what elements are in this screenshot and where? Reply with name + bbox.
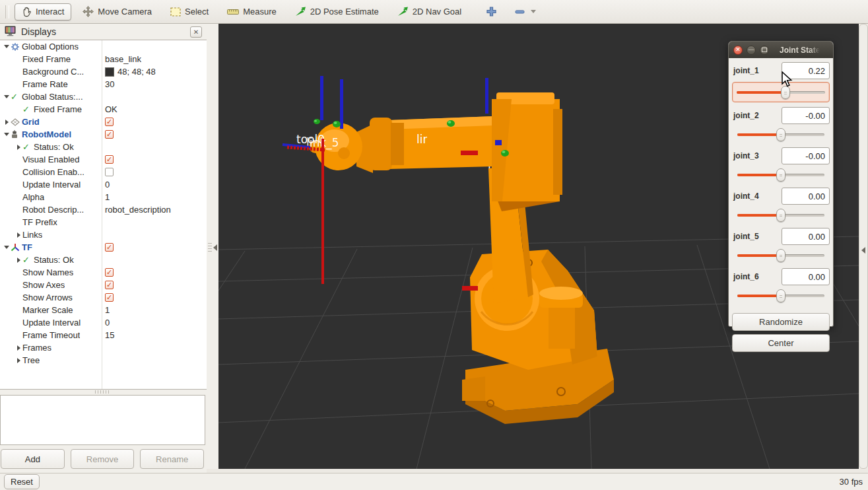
right-splitter[interactable]: [859, 24, 868, 469]
joint-state-titlebar[interactable]: ✕ — Joint State: [729, 42, 833, 58]
enabled-checkbox[interactable]: ✓: [105, 293, 114, 302]
display-tree-row[interactable]: Fixed Framebase_link: [0, 53, 207, 65]
slider-handle[interactable]: [776, 289, 785, 302]
collapse-right-panel-icon[interactable]: [861, 247, 865, 254]
joint-state-window[interactable]: ✕ — Joint State joint_10.22joint_2-0.00j…: [728, 41, 834, 327]
slider-handle[interactable]: [776, 128, 785, 141]
tree-row-value[interactable]: base_link: [105, 54, 141, 64]
display-tree-row[interactable]: ✓Global Status:...: [0, 90, 207, 103]
rename-display-button[interactable]: Rename: [140, 449, 204, 469]
tree-row-value[interactable]: 0: [105, 318, 110, 328]
toolbar-drag-handle[interactable]: [5, 5, 9, 18]
display-tree-row[interactable]: Background C...48; 48; 48: [0, 65, 207, 78]
panel-splitter-handle[interactable]: [95, 390, 111, 394]
display-tree-row[interactable]: Visual Enabled✓: [0, 153, 207, 166]
enabled-checkbox[interactable]: ✓: [105, 243, 114, 252]
reset-button[interactable]: Reset: [4, 474, 40, 489]
randomize-button[interactable]: Randomize: [732, 313, 830, 331]
joint-value-input[interactable]: 0.00: [782, 228, 830, 245]
tree-row-value[interactable]: 48; 48; 48: [117, 67, 156, 77]
joint-value-input[interactable]: 0.22: [782, 62, 830, 79]
enabled-checkbox[interactable]: ✓: [105, 281, 114, 289]
enabled-checkbox[interactable]: [105, 168, 114, 176]
display-tree-row[interactable]: Update Interval0: [0, 178, 207, 191]
display-tree-row[interactable]: Tree: [0, 354, 207, 367]
display-tree-row[interactable]: Show Arrows✓: [0, 291, 207, 304]
pose-estimate-tool-button[interactable]: 2D Pose Estimate: [288, 3, 386, 20]
display-tree-row[interactable]: Show Names✓: [0, 266, 207, 279]
expander-closed-icon[interactable]: [15, 258, 22, 263]
tree-row-value[interactable]: 1: [105, 192, 110, 202]
slider-handle[interactable]: [776, 249, 785, 262]
remove-display-button[interactable]: Remove: [71, 449, 135, 469]
display-tree-row[interactable]: Links: [0, 228, 207, 241]
display-tree-row[interactable]: ✓Fixed FrameOK: [0, 103, 207, 116]
center-button[interactable]: Center: [732, 334, 830, 352]
add-tool-button[interactable]: [482, 3, 501, 20]
joint-slider[interactable]: [733, 207, 828, 223]
tree-row-value[interactable]: 0: [105, 180, 110, 190]
enabled-checkbox[interactable]: ✓: [105, 130, 114, 139]
expander-open-icon[interactable]: [3, 95, 11, 98]
expander-open-icon[interactable]: [3, 45, 11, 48]
window-maximize-icon[interactable]: [760, 46, 769, 55]
left-splitter[interactable]: [207, 24, 218, 469]
display-tree-row[interactable]: Marker Scale1: [0, 304, 207, 316]
expander-open-icon[interactable]: [3, 246, 11, 249]
joint-slider[interactable]: [733, 288, 828, 304]
close-icon[interactable]: ✕: [190, 26, 202, 38]
joint-value-input[interactable]: 0.00: [782, 268, 830, 285]
joint-value-input[interactable]: -0.00: [782, 107, 830, 124]
expander-closed-icon[interactable]: [15, 232, 22, 238]
expander-closed-icon[interactable]: [3, 120, 11, 125]
joint-slider[interactable]: [733, 248, 828, 263]
add-display-button[interactable]: Add: [1, 449, 65, 469]
enabled-checkbox[interactable]: ✓: [105, 118, 114, 126]
tree-row-value[interactable]: OK: [105, 104, 117, 114]
enabled-checkbox[interactable]: ✓: [105, 268, 114, 277]
slider-handle[interactable]: [776, 168, 785, 182]
measure-tool-button[interactable]: Measure: [220, 3, 284, 20]
slider-handle[interactable]: [781, 86, 790, 99]
tree-row-value[interactable]: 30: [105, 79, 114, 89]
expander-closed-icon[interactable]: [15, 145, 22, 150]
collapse-left-panel-icon[interactable]: [213, 244, 217, 251]
joint-value-input[interactable]: -0.00: [782, 147, 830, 164]
display-tree-row[interactable]: RobotModel✓: [0, 128, 207, 141]
tree-row-value[interactable]: 1: [105, 305, 110, 315]
expander-open-icon[interactable]: [3, 133, 11, 136]
window-minimize-icon[interactable]: —: [747, 46, 756, 55]
display-tree-row[interactable]: ✓Status: Ok: [0, 141, 207, 153]
display-tree-row[interactable]: ✓Status: Ok: [0, 254, 207, 266]
display-tree-row[interactable]: Collision Enab...: [0, 166, 207, 178]
joint-value-input[interactable]: 0.00: [782, 188, 830, 205]
remove-tool-button[interactable]: [510, 7, 541, 17]
expander-closed-icon[interactable]: [15, 358, 22, 363]
joint-slider[interactable]: [733, 167, 828, 183]
window-close-icon[interactable]: ✕: [733, 46, 743, 55]
tree-row-value[interactable]: 15: [105, 330, 114, 340]
display-tree-row[interactable]: Alpha1: [0, 191, 207, 203]
display-tree-row[interactable]: Frame Rate30: [0, 78, 207, 90]
displays-panel-titlebar[interactable]: Displays ✕: [0, 24, 207, 40]
nav-goal-tool-button[interactable]: 2D Nav Goal: [390, 3, 469, 20]
display-tree-row[interactable]: Update Interval0: [0, 316, 207, 329]
display-tree-row[interactable]: Robot Descrip...robot_description: [0, 203, 207, 216]
display-tree-row[interactable]: Global Options: [0, 40, 207, 53]
expander-closed-icon[interactable]: [15, 345, 22, 351]
joint-slider[interactable]: [733, 127, 828, 143]
select-tool-button[interactable]: Select: [163, 3, 216, 20]
slider-handle[interactable]: [776, 209, 785, 222]
slider-fill: [737, 214, 781, 217]
display-tree-row[interactable]: TF✓: [0, 241, 207, 254]
display-tree-row[interactable]: Frame Timeout15: [0, 329, 207, 341]
move-camera-tool-button[interactable]: Move Camera: [75, 3, 159, 20]
joint-slider-focused[interactable]: [732, 82, 830, 102]
display-tree-row[interactable]: Frames: [0, 341, 207, 354]
interact-tool-button[interactable]: Interact: [15, 3, 71, 20]
display-tree-row[interactable]: Show Axes✓: [0, 279, 207, 291]
enabled-checkbox[interactable]: ✓: [105, 155, 114, 164]
display-tree-row[interactable]: TF Prefix: [0, 216, 207, 228]
tree-row-value[interactable]: robot_description: [105, 205, 171, 215]
display-tree-row[interactable]: Grid✓: [0, 116, 207, 128]
